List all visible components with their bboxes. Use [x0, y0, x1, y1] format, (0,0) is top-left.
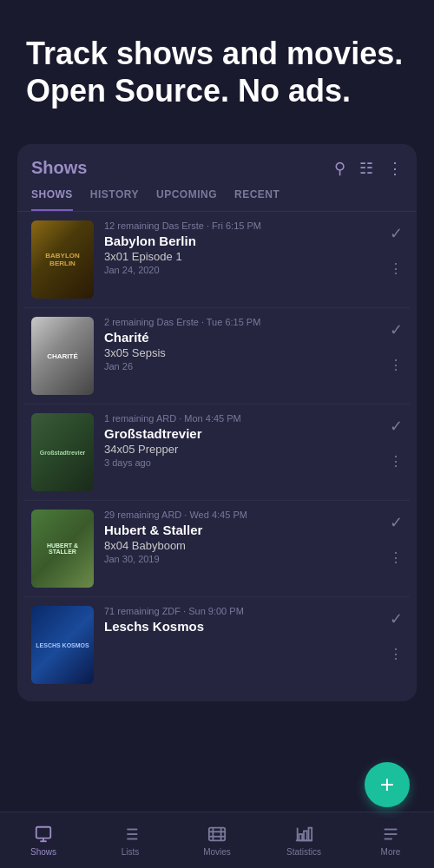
show-poster-babylon: BABYLON BERLIN — [31, 220, 94, 299]
show-name: Großstadtrevier — [104, 426, 382, 441]
tab-history[interactable]: HISTORY — [90, 188, 139, 211]
tab-shows[interactable]: SHOWS — [31, 188, 73, 211]
show-date: Jan 24, 2020 — [104, 265, 382, 275]
show-info-hubert: 29 remaining ARD · Wed 4:45 PM Hubert & … — [104, 510, 382, 564]
hero-section: Track shows and movies. Open Source. No … — [0, 0, 434, 135]
tab-recent[interactable]: RECENT — [234, 188, 279, 211]
show-info-grossstadt: 1 remaining ARD · Mon 4:45 PM Großstadtr… — [104, 413, 382, 468]
show-poster-grossstadt: Großstadtrevier — [31, 413, 94, 491]
card-header: Shows ⚲ ☷ ⋮ — [17, 144, 417, 178]
check-icon[interactable]: ✓ — [390, 224, 403, 243]
search-icon[interactable]: ⚲ — [334, 159, 345, 178]
show-meta: 12 remaining Das Erste · Fri 6:15 PM — [104, 220, 382, 231]
show-episode: 34x05 Prepper — [104, 443, 382, 456]
list-item: HUBERT & STALLER 29 remaining ARD · Wed … — [24, 501, 410, 597]
list-item: CHARITÉ 2 remaining Das Erste · Tue 6:15… — [24, 308, 410, 404]
show-list: BABYLON BERLIN 12 remaining Das Erste · … — [17, 212, 417, 693]
show-poster-hubert: HUBERT & STALLER — [31, 510, 94, 588]
check-icon[interactable]: ✓ — [390, 513, 403, 532]
show-meta: 1 remaining ARD · Mon 4:45 PM — [104, 413, 382, 424]
filter-icon[interactable]: ☷ — [359, 159, 373, 178]
show-info-babylon: 12 remaining Das Erste · Fri 6:15 PM Bab… — [104, 220, 382, 275]
show-meta: 2 remaining Das Erste · Tue 6:15 PM — [104, 317, 382, 327]
show-meta: 71 remaining ZDF · Sun 9:00 PM — [104, 606, 382, 616]
item-overflow-icon[interactable]: ⋮ — [389, 549, 403, 566]
show-name: Hubert & Staller — [104, 523, 382, 537]
show-poster-leschs: LESCHS KOSMOS — [31, 606, 94, 684]
nav-item-statistics[interactable]: Statistics — [260, 825, 347, 857]
list-item: Großstadtrevier 1 remaining ARD · Mon 4:… — [24, 404, 410, 501]
show-actions: ✓ ⋮ — [382, 220, 403, 277]
show-name: Charité — [104, 330, 382, 345]
show-actions: ✓ ⋮ — [382, 413, 403, 470]
show-poster-charite: CHARITÉ — [31, 317, 94, 395]
nav-item-movies[interactable]: Movies — [174, 825, 260, 857]
check-icon[interactable]: ✓ — [390, 320, 403, 339]
nav-item-more[interactable]: More — [347, 825, 434, 857]
card-title: Shows — [31, 158, 87, 178]
show-actions: ✓ ⋮ — [382, 510, 403, 566]
svg-rect-0 — [36, 826, 51, 838]
app-card: Shows ⚲ ☷ ⋮ SHOWS HISTORY UPCOMING RECEN… — [17, 144, 417, 701]
list-item: LESCHS KOSMOS 71 remaining ZDF · Sun 9:0… — [24, 597, 410, 693]
show-name: Leschs Kosmos — [104, 619, 382, 634]
item-overflow-icon[interactable]: ⋮ — [389, 260, 403, 277]
nav-label-more: More — [381, 847, 401, 857]
check-icon[interactable]: ✓ — [390, 417, 403, 436]
show-meta: 29 remaining ARD · Wed 4:45 PM — [104, 510, 382, 520]
nav-item-shows[interactable]: Shows — [0, 825, 87, 857]
svg-rect-16 — [304, 831, 307, 840]
show-info-leschs: 71 remaining ZDF · Sun 9:00 PM Leschs Ko… — [104, 606, 382, 635]
bottom-navigation: Shows Lists Movies Statis — [0, 812, 434, 868]
svg-rect-15 — [299, 834, 303, 840]
show-actions: ✓ ⋮ — [382, 606, 403, 662]
tabs-bar: SHOWS HISTORY UPCOMING RECENT — [17, 178, 417, 212]
add-button[interactable]: + — [365, 762, 410, 807]
item-overflow-icon[interactable]: ⋮ — [389, 357, 403, 373]
nav-label-movies: Movies — [203, 847, 231, 857]
svg-rect-9 — [209, 827, 225, 840]
list-item: BABYLON BERLIN 12 remaining Das Erste · … — [24, 212, 410, 308]
nav-label-shows: Shows — [30, 847, 56, 857]
show-date: Jan 26 — [104, 361, 382, 372]
item-overflow-icon[interactable]: ⋮ — [389, 453, 403, 470]
hero-title: Track shows and movies. Open Source. No … — [26, 35, 408, 109]
overflow-menu-icon[interactable]: ⋮ — [387, 159, 403, 178]
show-episode: 3x05 Sepsis — [104, 346, 382, 359]
item-overflow-icon[interactable]: ⋮ — [389, 646, 403, 662]
show-date: Jan 30, 2019 — [104, 554, 382, 564]
show-episode: 8x04 Babyboom — [104, 539, 382, 552]
show-info-charite: 2 remaining Das Erste · Tue 6:15 PM Char… — [104, 317, 382, 372]
svg-rect-17 — [309, 827, 312, 840]
show-date: 3 days ago — [104, 457, 382, 468]
nav-label-lists: Lists — [122, 847, 140, 857]
show-actions: ✓ ⋮ — [382, 317, 403, 373]
nav-label-statistics: Statistics — [286, 847, 321, 857]
nav-item-lists[interactable]: Lists — [87, 825, 174, 857]
header-icons: ⚲ ☷ ⋮ — [334, 159, 403, 178]
show-episode: 3x01 Episode 1 — [104, 250, 382, 263]
show-name: Babylon Berlin — [104, 233, 382, 248]
check-icon[interactable]: ✓ — [390, 609, 403, 628]
tab-upcoming[interactable]: UPCOMING — [156, 188, 217, 211]
